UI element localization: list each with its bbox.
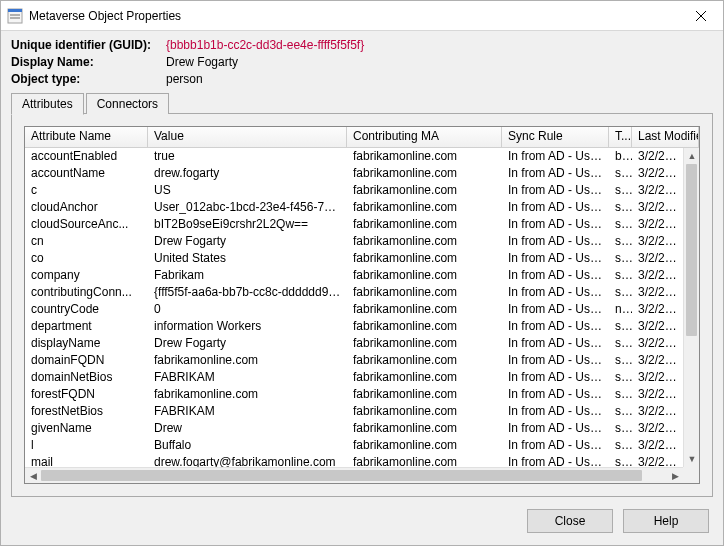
scroll-down-arrow-icon[interactable]: ▼: [684, 451, 699, 467]
help-button[interactable]: Help: [623, 509, 709, 533]
cell-cma: fabrikamonline.com: [347, 403, 502, 420]
cell-modified: 3/2/2017 6:08:02 AM: [632, 437, 683, 454]
table-row[interactable]: cUSfabrikamonline.comIn from AD - User .…: [25, 182, 683, 199]
cell-attr: company: [25, 267, 148, 284]
col-attribute-name[interactable]: Attribute Name: [25, 127, 148, 147]
cell-t: s...: [609, 454, 632, 467]
table-row[interactable]: displayNameDrew Fogartyfabrikamonline.co…: [25, 335, 683, 352]
table-row[interactable]: domainNetBiosFABRIKAMfabrikamonline.comI…: [25, 369, 683, 386]
table-row[interactable]: maildrew.fogarty@fabrikamonline.comfabri…: [25, 454, 683, 467]
tab-attributes[interactable]: Attributes: [11, 93, 84, 115]
table-row[interactable]: cloudAnchorUser_012abc-1bcd-23e4-f456-78…: [25, 199, 683, 216]
cell-value: {fff5f5f-aa6a-bb7b-cc8c-dddddd9d9dd...: [148, 284, 347, 301]
cell-modified: 3/2/2017 6:08:02 AM: [632, 284, 683, 301]
cell-t: s...: [609, 199, 632, 216]
col-contributing-ma[interactable]: Contributing MA: [347, 127, 502, 147]
cell-t: b...: [609, 148, 632, 165]
cell-rule: In from AD - User ...: [502, 335, 609, 352]
cell-rule: In from AD - User ...: [502, 148, 609, 165]
scroll-right-arrow-icon[interactable]: ▶: [667, 468, 683, 483]
table-row[interactable]: forestNetBiosFABRIKAMfabrikamonline.comI…: [25, 403, 683, 420]
cell-cma: fabrikamonline.com: [347, 318, 502, 335]
cell-value: Drew Fogarty: [148, 335, 347, 352]
table-row[interactable]: givenNameDrewfabrikamonline.comIn from A…: [25, 420, 683, 437]
cell-t: s...: [609, 233, 632, 250]
window: Metaverse Object Properties Unique ident…: [0, 0, 724, 546]
cell-attr: domainFQDN: [25, 352, 148, 369]
tabstrip: Attributes Connectors: [1, 93, 723, 114]
cell-modified: 3/2/2017 6:08:02 AM: [632, 318, 683, 335]
cell-value: FABRIKAM: [148, 369, 347, 386]
close-window-button[interactable]: [679, 1, 723, 31]
vertical-scrollbar[interactable]: ▲ ▼: [683, 148, 699, 467]
cell-value: FABRIKAM: [148, 403, 347, 420]
hscroll-thumb[interactable]: [41, 470, 642, 481]
table-row[interactable]: cnDrew Fogartyfabrikamonline.comIn from …: [25, 233, 683, 250]
col-type[interactable]: T...: [609, 127, 632, 147]
scroll-corner: [683, 467, 699, 483]
cell-t: s...: [609, 267, 632, 284]
cell-value: Buffalo: [148, 437, 347, 454]
table-row[interactable]: contributingConn...{fff5f5f-aa6a-bb7b-cc…: [25, 284, 683, 301]
cell-attr: countryCode: [25, 301, 148, 318]
vscroll-track[interactable]: [684, 164, 699, 451]
cell-modified: 3/2/2017 6:08:02 AM: [632, 352, 683, 369]
table-row[interactable]: lBuffalofabrikamonline.comIn from AD - U…: [25, 437, 683, 454]
col-value[interactable]: Value: [148, 127, 347, 147]
table-row[interactable]: accountEnabledtruefabrikamonline.comIn f…: [25, 148, 683, 165]
displayname-label: Display Name:: [11, 54, 166, 71]
cell-modified: 3/2/2017 6:18:22 AM: [632, 199, 683, 216]
table-row[interactable]: domainFQDNfabrikamonline.comfabrikamonli…: [25, 352, 683, 369]
cell-t: s...: [609, 369, 632, 386]
tab-connectors[interactable]: Connectors: [86, 93, 169, 114]
cell-t: s...: [609, 165, 632, 182]
table-row[interactable]: forestFQDNfabrikamonline.comfabrikamonli…: [25, 386, 683, 403]
cell-rule: In from AD - User ...: [502, 437, 609, 454]
col-last-modified[interactable]: Last Modified: [632, 127, 699, 147]
table-row[interactable]: coUnited Statesfabrikamonline.comIn from…: [25, 250, 683, 267]
cell-rule: In from AD - User ...: [502, 454, 609, 467]
objecttype-value: person: [166, 71, 203, 88]
cell-value: 0: [148, 301, 347, 318]
cell-cma: fabrikamonline.com: [347, 199, 502, 216]
cell-rule: In from AD - User ...: [502, 182, 609, 199]
table-row[interactable]: departmentinformation Workersfabrikamonl…: [25, 318, 683, 335]
app-icon: [7, 8, 23, 24]
table-row[interactable]: accountNamedrew.fogartyfabrikamonline.co…: [25, 165, 683, 182]
cell-attr: cloudAnchor: [25, 199, 148, 216]
attributes-grid: Attribute Name Value Contributing MA Syn…: [24, 126, 700, 484]
window-title: Metaverse Object Properties: [29, 9, 679, 23]
cell-t: n...: [609, 301, 632, 318]
scroll-up-arrow-icon[interactable]: ▲: [684, 148, 699, 164]
table-row[interactable]: countryCode0fabrikamonline.comIn from AD…: [25, 301, 683, 318]
cell-modified: 3/2/2017 6:08:02 AM: [632, 250, 683, 267]
vscroll-thumb[interactable]: [686, 164, 697, 336]
cell-modified: 3/2/2017 6:18:22 AM: [632, 216, 683, 233]
svg-rect-3: [10, 17, 20, 19]
guid-value: {bbbb1b1b-cc2c-dd3d-ee4e-ffff5f5f5f}: [166, 37, 364, 54]
cell-cma: fabrikamonline.com: [347, 284, 502, 301]
scroll-left-arrow-icon[interactable]: ◀: [25, 468, 41, 483]
cell-modified: 3/2/2017 6:08:02 AM: [632, 182, 683, 199]
cell-cma: fabrikamonline.com: [347, 454, 502, 467]
hscroll-track[interactable]: [41, 468, 667, 483]
cell-attr: mail: [25, 454, 148, 467]
cell-modified: 3/2/2017 6:08:02 AM: [632, 386, 683, 403]
cell-value: fabrikamonline.com: [148, 352, 347, 369]
col-sync-rule[interactable]: Sync Rule: [502, 127, 609, 147]
cell-t: s...: [609, 352, 632, 369]
cell-value: United States: [148, 250, 347, 267]
table-row[interactable]: companyFabrikamfabrikamonline.comIn from…: [25, 267, 683, 284]
cell-cma: fabrikamonline.com: [347, 352, 502, 369]
objecttype-label: Object type:: [11, 71, 166, 88]
cell-rule: In from AD - User ...: [502, 403, 609, 420]
cell-cma: fabrikamonline.com: [347, 148, 502, 165]
dialog-footer: Close Help: [1, 503, 723, 545]
cell-attr: c: [25, 182, 148, 199]
svg-rect-1: [8, 9, 22, 12]
close-button[interactable]: Close: [527, 509, 613, 533]
cell-value: drew.fogarty: [148, 165, 347, 182]
table-row[interactable]: cloudSourceAnc...bIT2Bo9seEi9crshr2L2Qw=…: [25, 216, 683, 233]
horizontal-scrollbar[interactable]: ◀ ▶: [25, 467, 683, 483]
cell-value: User_012abc-1bcd-23e4-f456-78010...: [148, 199, 347, 216]
